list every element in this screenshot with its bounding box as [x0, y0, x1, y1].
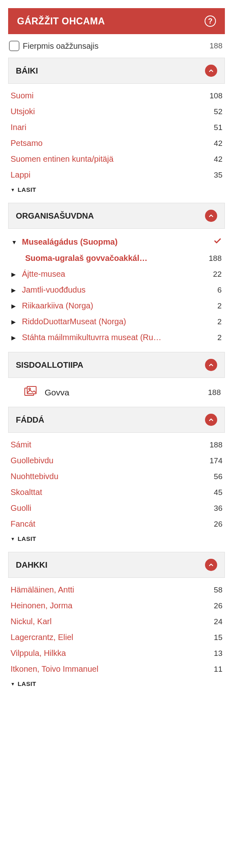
section-title: DAHKKI	[16, 560, 47, 570]
facet-count: 42	[214, 139, 222, 148]
tree-count: 22	[213, 270, 222, 279]
media-count: 188	[208, 388, 221, 397]
tree-item[interactable]: ▶Riikaarkiiva (Norga) 2	[11, 298, 222, 314]
facet-label: Lappi	[11, 170, 30, 180]
chevron-up-icon[interactable]	[205, 210, 217, 222]
facet-item[interactable]: Petsamo42	[11, 135, 222, 151]
facet-item[interactable]: Skoalttat45	[11, 484, 222, 500]
chevron-up-icon[interactable]	[205, 559, 217, 571]
tree-item[interactable]: ▶RiddoDuottarMuseat (Norga) 2	[11, 314, 222, 330]
facet-item[interactable]: Fancát26	[11, 516, 222, 532]
facet-count: 52	[214, 107, 222, 116]
facet-item[interactable]: Suomen entinen kunta/pitäjä42	[11, 151, 222, 167]
triangle-down-icon: ▼	[11, 681, 15, 686]
facet-label: Itkonen, Toivo Immanuel	[11, 664, 98, 674]
media-label: Govva	[45, 388, 69, 397]
svg-rect-1	[27, 386, 36, 394]
facet-item[interactable]: Heinonen, Jorma26	[11, 598, 222, 614]
facet-item[interactable]: Lagercrantz, Eliel15	[11, 629, 222, 645]
facet-item[interactable]: Vilppula, Hilkka13	[11, 645, 222, 661]
show-more-button[interactable]: ▼LASIT	[11, 677, 222, 694]
facet-count: 174	[209, 456, 222, 465]
facet-item[interactable]: Utsjoki52	[11, 104, 222, 119]
facet-count: 36	[214, 504, 222, 513]
show-more-label: LASIT	[17, 186, 36, 193]
triangle-right-icon[interactable]: ▶	[11, 287, 17, 293]
triangle-right-icon[interactable]: ▶	[11, 271, 17, 278]
help-icon[interactable]: ?	[205, 15, 216, 27]
section-title: SISDOALLOTIIPA	[16, 360, 83, 370]
facet-label: Suomi	[11, 91, 34, 100]
facet-item[interactable]: Nuohttebivdu56	[11, 469, 222, 484]
tree-label: Suoma-ugralaš govvačoakkál…	[25, 254, 147, 263]
facet-count: 35	[214, 171, 222, 180]
facet-item[interactable]: Lappi35	[11, 167, 222, 183]
facet-count: 188	[209, 441, 222, 449]
facet-label: Nuohttebivdu	[11, 472, 58, 481]
tree-item-child[interactable]: Suoma-ugralaš govvačoakkál… 188	[11, 250, 222, 266]
facet-list-dahkki: Hämäläinen, Antti58 Heinonen, Jorma26 Ni…	[8, 578, 225, 697]
chevron-up-icon[interactable]	[205, 414, 217, 426]
tree-item[interactable]: ▶Stáhta máilmmikultuvrra museat (Ru… 2	[11, 330, 222, 345]
tree-count: 2	[217, 302, 222, 310]
facet-item[interactable]: Guolli36	[11, 500, 222, 516]
tree-label: Musealágádus (Suopma)	[22, 237, 118, 247]
tree-item[interactable]: ▶Ájtte-musea 22	[11, 266, 222, 282]
triangle-down-icon: ▼	[11, 536, 15, 541]
section-header-content[interactable]: SISDOALLOTIIPA	[8, 352, 225, 378]
facet-item[interactable]: Guollebivdu174	[11, 453, 222, 469]
show-more-button[interactable]: ▼LASIT	[11, 183, 222, 200]
section-title: BÁIKI	[16, 66, 38, 76]
org-tree: ▼ Musealágádus (Suopma) Suoma-ugralaš go…	[8, 229, 225, 352]
tree-label: Jamtli-vuođđudus	[22, 285, 86, 295]
section-header-dahkki[interactable]: DAHKKI	[8, 552, 225, 578]
facet-label: Heinonen, Jorma	[11, 601, 72, 610]
triangle-right-icon[interactable]: ▶	[11, 303, 17, 309]
facet-label: Sámit	[11, 440, 31, 449]
chevron-up-icon[interactable]	[205, 65, 217, 77]
facet-label: Suomen entinen kunta/pitäjä	[11, 154, 114, 164]
tree-item-expanded[interactable]: ▼ Musealágádus (Suopma)	[11, 234, 222, 250]
facet-list-baiki: Suomi108 Utsjoki52 Inari51 Petsamo42 Suo…	[8, 84, 225, 203]
facet-count: 108	[209, 91, 222, 100]
show-more-button[interactable]: ▼LASIT	[11, 532, 222, 549]
triangle-right-icon[interactable]: ▶	[11, 334, 17, 341]
facet-item[interactable]: Itkonen, Toivo Immanuel11	[11, 661, 222, 677]
facet-count: 11	[214, 665, 222, 674]
section-header-fadda[interactable]: FÁDDÁ	[8, 407, 225, 433]
tree-count: 2	[217, 317, 222, 326]
facet-item[interactable]: Nickul, Karl24	[11, 614, 222, 629]
facet-count: 15	[214, 633, 222, 642]
facet-item[interactable]: Sámit188	[11, 437, 222, 453]
facet-label: Skoalttat	[11, 488, 42, 497]
tree-item[interactable]: ▶Jamtli-vuođđudus 6	[11, 282, 222, 298]
facet-count: 51	[214, 123, 222, 132]
facet-label: Utsjoki	[11, 107, 35, 116]
facet-item[interactable]: Suomi108	[11, 88, 222, 104]
facet-item[interactable]: Hämäläinen, Antti58	[11, 582, 222, 598]
chevron-up-icon[interactable]	[205, 359, 217, 371]
online-available-row[interactable]: Fierpmis oažžunsajis 188	[8, 34, 225, 58]
section-header-baiki[interactable]: BÁIKI	[8, 58, 225, 84]
facet-label: Petsamo	[11, 139, 43, 148]
facet-label: Guollebivdu	[11, 456, 54, 465]
triangle-down-icon: ▼	[11, 187, 15, 192]
tree-label: Ájtte-musea	[22, 269, 65, 279]
tree-count: 6	[217, 286, 222, 295]
section-title: ORGANISAŠUVDNA	[16, 211, 94, 221]
facet-list-fadda: Sámit188 Guollebivdu174 Nuohttebivdu56 S…	[8, 433, 225, 552]
triangle-right-icon[interactable]: ▶	[11, 319, 17, 325]
facet-count: 26	[214, 601, 222, 610]
checkbox-unchecked-icon[interactable]	[9, 41, 19, 51]
facet-label: Hämäläinen, Antti	[11, 585, 74, 595]
facet-label: Vilppula, Hilkka	[11, 649, 66, 658]
filter-header: GÁRŽŽIT OHCAMA ?	[8, 8, 225, 34]
facet-count: 26	[214, 520, 222, 529]
facet-count: 45	[214, 488, 222, 497]
facet-label: Lagercrantz, Eliel	[11, 633, 73, 642]
section-header-org[interactable]: ORGANISAŠUVDNA	[8, 203, 225, 229]
triangle-down-icon[interactable]: ▼	[11, 239, 17, 245]
media-type-row[interactable]: Govva 188	[8, 378, 225, 407]
online-label: Fierpmis oažžunsajis	[23, 41, 99, 51]
facet-item[interactable]: Inari51	[11, 119, 222, 135]
